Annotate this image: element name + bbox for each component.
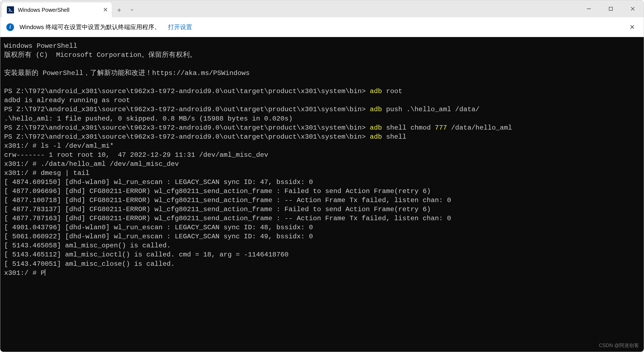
terminal-line: [ 4877.096696] [dhd] CFG80211-ERROR) wl_… <box>4 187 640 196</box>
tab-powershell[interactable]: Windows PowerShell ✕ <box>2 2 112 17</box>
info-icon: i <box>6 23 14 31</box>
terminal-line: 安装最新的 PowerShell，了解新功能和改进！https://aka.ms… <box>4 69 640 78</box>
powershell-icon <box>7 6 14 13</box>
terminal-line: crw------- 1 root root 10, 47 2022-12-29… <box>4 150 640 160</box>
terminal-line: x301:/ # ls -l /dev/aml_mi* <box>4 141 640 150</box>
terminal-line: PS Z:\T972\android_x301\source\t962x3-t9… <box>4 87 640 96</box>
watermark: CSDN @阿迷创客 <box>599 342 639 349</box>
terminal-line: PS Z:\T972\android_x301\source\t962x3-t9… <box>4 123 640 132</box>
tab-dropdown-button[interactable] <box>127 2 138 17</box>
terminal-line: [ 5143.465112] aml_misc_ioctl() is calle… <box>4 250 640 259</box>
chevron-down-icon <box>130 8 134 12</box>
terminal-line: [ 5061.060922] [dhd-wlan0] wl_run_escan … <box>4 232 640 241</box>
minimize-button[interactable] <box>578 0 600 17</box>
tab-title: Windows PowerShell <box>18 7 69 13</box>
close-window-button[interactable] <box>622 0 644 17</box>
minimize-icon <box>587 7 591 11</box>
tab-close-icon[interactable]: ✕ <box>103 6 108 13</box>
terminal-line <box>4 78 640 87</box>
terminal-line: [ 5143.465058] aml_misc_open() is called… <box>4 241 640 250</box>
terminal-line: PS Z:\T972\android_x301\source\t962x3-t9… <box>4 132 640 141</box>
window-controls <box>578 0 644 17</box>
terminal-line: x301:/ # P <box>4 269 640 278</box>
maximize-icon <box>609 7 613 11</box>
terminal-line: [ 4874.609150] [dhd-wlan0] wl_run_escan … <box>4 178 640 187</box>
terminal-line: adbd is already running as root <box>4 96 640 105</box>
terminal-line: 版权所有 (C) Microsoft Corporation。保留所有权利。 <box>4 51 640 60</box>
terminal-line: [ 4901.043796] [dhd-wlan0] wl_run_escan … <box>4 223 640 232</box>
terminal-line: [ 4877.100718] [dhd] CFG80211-ERROR) wl_… <box>4 196 640 205</box>
open-settings-link[interactable]: 打开设置 <box>168 23 192 31</box>
terminal-line: [ 4877.787163] [dhd] CFG80211-ERROR) wl_… <box>4 214 640 223</box>
cursor <box>45 269 45 276</box>
terminal-line: [ 5143.470051] aml_misc_close() is calle… <box>4 259 640 269</box>
info-message: Windows 终端可在设置中设置为默认终端应用程序。 <box>19 23 160 31</box>
maximize-button[interactable] <box>600 0 622 17</box>
terminal-line: .\hello_aml: 1 file pushed, 0 skipped. 0… <box>4 114 640 123</box>
terminal-line: PS Z:\T972\android_x301\source\t962x3-t9… <box>4 105 640 114</box>
title-bar: Windows PowerShell ✕ ＋ <box>0 0 644 17</box>
info-bar: i Windows 终端可在设置中设置为默认终端应用程序。 打开设置 ✕ <box>0 17 644 37</box>
terminal-line: Windows PowerShell <box>4 41 640 51</box>
terminal-pane[interactable]: Windows PowerShell 版权所有 (C) Microsoft Co… <box>0 37 644 352</box>
svg-rect-2 <box>609 7 612 10</box>
terminal-line <box>4 60 640 69</box>
new-tab-button[interactable]: ＋ <box>112 2 127 17</box>
terminal-line: x301:/ # dmesg | tail <box>4 169 640 178</box>
terminal-line: [ 4877.783137] [dhd] CFG80211-ERROR) wl_… <box>4 205 640 214</box>
infobar-close-button[interactable]: ✕ <box>627 21 638 34</box>
close-icon <box>631 7 635 11</box>
terminal-line: x301:/ # ./data/hello_aml /dev/aml_misc_… <box>4 160 640 169</box>
